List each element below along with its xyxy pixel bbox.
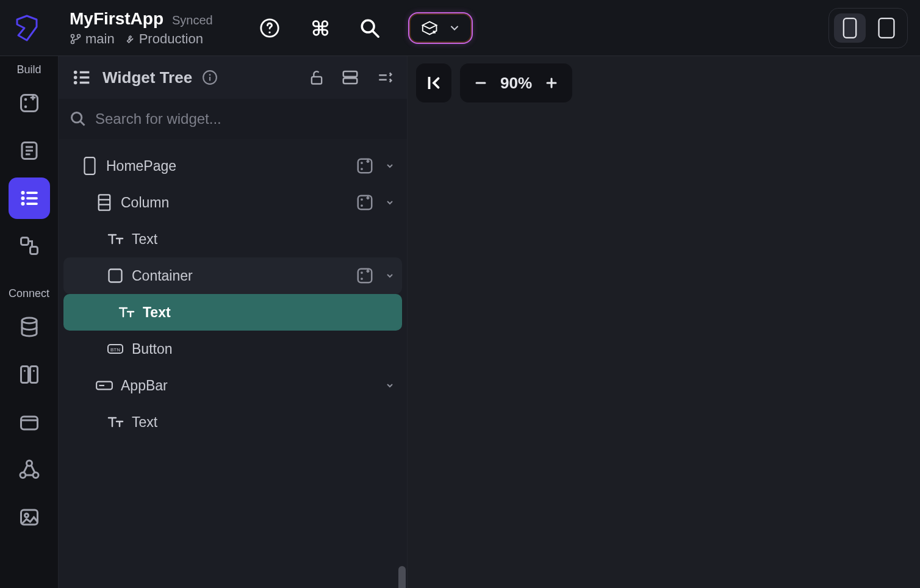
tree-title: Widget Tree [102, 68, 192, 87]
chevron-down-icon[interactable] [385, 381, 395, 390]
svg-point-2 [77, 34, 81, 37]
add-child-icon[interactable] [356, 157, 374, 175]
tree-row-text3[interactable]: Text [63, 404, 402, 440]
rail-widget-tree[interactable] [9, 177, 50, 219]
scrollbar[interactable] [398, 566, 406, 588]
search-icon[interactable] [358, 16, 381, 40]
svg-rect-60 [358, 269, 372, 283]
svg-point-31 [20, 473, 26, 478]
svg-point-24 [22, 318, 37, 323]
tree-panel: Widget Tree HomePage [59, 56, 408, 588]
tree-row-appbar[interactable]: AppBar [63, 367, 402, 404]
svg-point-58 [361, 204, 363, 207]
branch-name: main [85, 31, 115, 47]
expand-collapse-icon[interactable] [375, 68, 394, 87]
svg-rect-8 [879, 18, 894, 38]
svg-point-16 [21, 191, 24, 195]
add-child-icon[interactable] [356, 193, 374, 212]
rail-appstate[interactable] [9, 401, 50, 443]
search-icon [70, 110, 87, 127]
command-icon[interactable] [308, 16, 331, 40]
collapse-left-icon [425, 74, 443, 92]
rail-api[interactable] [9, 449, 50, 490]
svg-rect-44 [312, 77, 322, 84]
svg-point-0 [71, 34, 74, 37]
svg-line-48 [81, 121, 85, 126]
ai-dropdown[interactable] [408, 12, 473, 44]
zoom-value[interactable]: 90% [500, 74, 532, 93]
project-meta: MyFirstApp Synced main Production [70, 9, 213, 47]
svg-point-27 [24, 370, 26, 372]
panel-collapse-button[interactable] [416, 63, 451, 102]
zoom-out-button[interactable] [467, 70, 494, 96]
branch-chip[interactable]: main [70, 31, 115, 47]
svg-rect-29 [21, 417, 37, 429]
column-icon [97, 193, 112, 212]
svg-point-18 [21, 202, 24, 206]
text-icon [118, 305, 135, 320]
svg-rect-56 [358, 196, 372, 210]
svg-rect-45 [343, 71, 358, 77]
env-chip[interactable]: Production [123, 31, 203, 47]
nav-rail: Build Connect [0, 56, 59, 588]
tree-row-homepage[interactable]: HomePage [63, 148, 402, 184]
tree-row-container[interactable]: Container [63, 257, 402, 294]
chevron-down-icon[interactable] [385, 271, 395, 281]
device-tablet[interactable] [871, 13, 902, 43]
tree-row-label: Column [121, 195, 356, 211]
tree-row-label: Text [132, 231, 395, 248]
rail-datatypes[interactable] [9, 354, 50, 395]
tree-row-text2[interactable]: Text [63, 294, 402, 331]
help-icon[interactable] [258, 16, 281, 40]
tree-search-input[interactable] [95, 110, 396, 127]
svg-rect-49 [84, 157, 95, 174]
chevron-down-icon [448, 22, 461, 34]
device-phone[interactable] [834, 13, 866, 43]
tree-row-label: Container [132, 268, 356, 284]
project-title[interactable]: MyFirstApp [70, 9, 164, 29]
branch-icon [70, 33, 82, 45]
rail-firestore[interactable] [9, 306, 50, 348]
svg-rect-25 [21, 367, 28, 383]
tool-icon [123, 33, 135, 45]
svg-rect-53 [99, 195, 110, 210]
rail-add-widget[interactable] [9, 82, 50, 124]
tree-row-button[interactable]: BTN Button [63, 331, 402, 367]
tree-search-row [59, 99, 407, 139]
env-name: Production [139, 31, 203, 47]
svg-point-37 [74, 81, 77, 85]
tree-row-label: Button [132, 341, 395, 357]
svg-point-17 [21, 196, 24, 200]
rail-storyboard[interactable] [9, 225, 50, 267]
device-switcher [828, 8, 908, 48]
svg-rect-59 [109, 270, 122, 282]
tree-row-label: HomePage [106, 158, 356, 174]
canvas[interactable]: 90% Page Title Column Text llo World Hel… [408, 56, 920, 588]
info-icon[interactable] [202, 70, 218, 85]
chevron-down-icon[interactable] [385, 198, 395, 207]
rows-icon[interactable] [341, 68, 359, 87]
phone-icon [82, 156, 98, 176]
add-child-icon[interactable] [356, 267, 374, 285]
chevron-down-icon[interactable] [385, 161, 395, 171]
tree-scroll[interactable]: HomePage Column Text Con [59, 139, 407, 588]
rail-build-label: Build [16, 63, 41, 76]
tree-row-label: Text [132, 414, 395, 431]
tree-row-column[interactable]: Column [63, 184, 402, 221]
svg-rect-22 [21, 238, 28, 245]
rail-media[interactable] [9, 497, 50, 538]
tree-row-text1[interactable]: Text [63, 221, 402, 257]
app-logo-icon[interactable] [9, 10, 45, 46]
text-icon [107, 415, 124, 429]
zoom-control: 90% [460, 63, 572, 102]
svg-point-10 [24, 98, 27, 101]
zoom-in-button[interactable] [538, 70, 565, 96]
top-icons [258, 12, 473, 44]
lock-open-icon[interactable] [308, 69, 325, 86]
svg-rect-26 [30, 367, 37, 383]
svg-rect-23 [30, 247, 37, 254]
rail-pages[interactable] [9, 130, 50, 171]
svg-point-34 [24, 514, 28, 517]
svg-line-6 [372, 30, 378, 37]
svg-point-61 [361, 271, 363, 274]
